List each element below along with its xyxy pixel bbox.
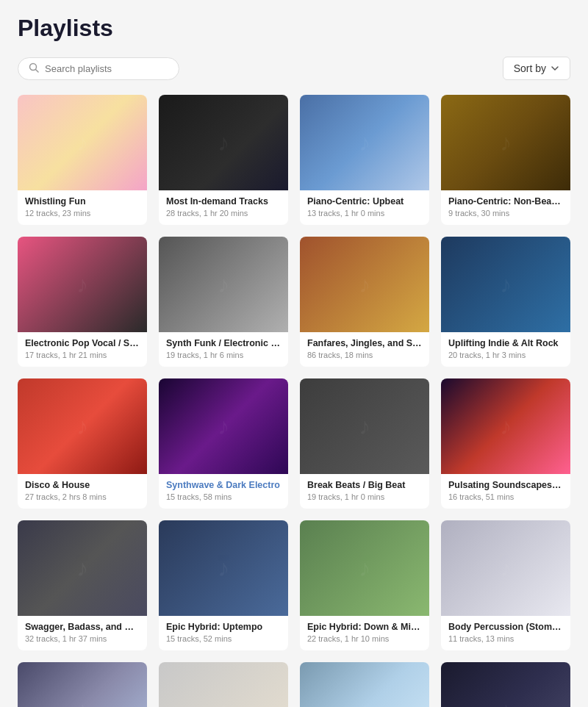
card-info: Synthwave & Dark Electro 15 tracks, 58 m… <box>159 474 288 509</box>
playlist-thumbnail: ♪ <box>159 378 288 474</box>
playlist-title: Epic Hybrid: Down & Midtempo <box>307 622 422 632</box>
playlist-title: Piano-Centric: Upbeat <box>307 196 422 207</box>
card-info: Disco & House 27 tracks, 2 hrs 8 mins <box>18 474 147 509</box>
card-info: Electronic Pop Vocal / Synthpop 17 track… <box>18 332 147 367</box>
playlist-title: Piano-Centric: Non-Beat / Downbeat <box>448 196 563 207</box>
playlist-thumbnail: ♪ <box>18 378 147 474</box>
playlist-thumbnail: ♪ <box>159 237 288 332</box>
playlist-meta: 86 tracks, 18 mins <box>307 351 422 359</box>
playlist-title: Break Beats / Big Beat <box>307 480 422 490</box>
card-info: Swagger, Badass, and Gritty 32 tracks, 1… <box>18 616 147 650</box>
playlist-meta: 22 tracks, 1 hr 10 mins <box>307 634 422 643</box>
card-info: Pulsating Soundscapes & Grooves 16 track… <box>441 474 570 509</box>
playlist-title: Pulsating Soundscapes & Grooves <box>448 480 563 490</box>
playlist-thumbnail: ♪ <box>18 662 147 707</box>
playlist-meta: 12 tracks, 23 mins <box>25 209 140 218</box>
card-info: Piano-Centric: Non-Beat / Downbeat 9 tra… <box>441 190 570 225</box>
playlist-meta: 16 tracks, 51 mins <box>448 492 563 501</box>
playlist-meta: 15 tracks, 58 mins <box>166 492 281 501</box>
playlist-thumbnail: ♪ <box>18 237 147 332</box>
playlist-title: Epic Hybrid: Uptempo <box>166 622 281 632</box>
playlist-thumbnail: ♪ <box>18 520 147 616</box>
playlist-card[interactable]: ♪ Break Beats / Big Beat 19 tracks, 1 hr… <box>300 378 429 509</box>
playlist-title: Most In-demand Tracks <box>166 196 281 207</box>
playlist-thumbnail: ♪ <box>441 520 570 616</box>
card-info: Synth Funk / Electronic Funk 19 tracks, … <box>159 332 288 367</box>
playlist-thumbnail: ♪ <box>441 237 570 332</box>
playlist-thumbnail: ♪ <box>300 237 429 332</box>
card-info: Epic Hybrid: Uptempo 15 tracks, 52 mins <box>159 616 288 650</box>
playlist-card[interactable]: ♪ Pulsating Soundscapes & Grooves 16 tra… <box>441 378 570 509</box>
playlist-card[interactable]: ♪ Disco & House 27 tracks, 2 hrs 8 mins <box>18 378 147 509</box>
playlist-thumbnail: ♪ <box>159 662 288 707</box>
page-title: Playlists <box>18 15 570 42</box>
card-info: Body Percussion (Stomp, Clap, and ... 11… <box>441 616 570 650</box>
playlist-card[interactable]: ♪ Fanfares, Jingles, and Stingers 86 tra… <box>300 237 429 367</box>
playlist-thumbnail: ♪ <box>300 95 429 190</box>
playlist-title: Synthwave & Dark Electro <box>166 480 281 490</box>
playlists-grid: ♪ Whistling Fun 12 tracks, 23 mins ♪ Mos… <box>18 95 570 707</box>
playlist-title: Uplifting Indie & Alt Rock <box>448 338 563 348</box>
playlist-thumbnail: ♪ <box>441 378 570 474</box>
sort-by-button[interactable]: Sort by <box>503 57 570 80</box>
playlist-card[interactable]: ♪ Epic Hybrid: Down & Midtempo 22 tracks… <box>300 520 429 650</box>
playlist-title: Whistling Fun <box>25 196 140 207</box>
search-icon <box>29 62 39 75</box>
card-info: Epic Hybrid: Down & Midtempo 22 tracks, … <box>300 616 429 650</box>
playlist-thumbnail: ♪ <box>159 95 288 190</box>
playlist-title: Electronic Pop Vocal / Synthpop <box>25 338 140 348</box>
playlist-meta: 11 tracks, 13 mins <box>448 634 563 643</box>
playlist-meta: 20 tracks, 1 hr 3 mins <box>448 351 563 359</box>
playlist-card[interactable]: ♪ Epic Hybrid: Uptempo 15 tracks, 52 min… <box>159 520 288 650</box>
playlist-card[interactable]: ♪ Soundscape & Ambient 30 tracks, 1 hr 4… <box>300 662 429 707</box>
playlist-card[interactable]: ♪ Contemporary Classical / Postmodern 14… <box>159 662 288 707</box>
playlist-meta: 17 tracks, 1 hr 21 mins <box>25 351 140 359</box>
card-info: Whistling Fun 12 tracks, 23 mins <box>18 190 147 225</box>
card-info: Fanfares, Jingles, and Stingers 86 track… <box>300 332 429 367</box>
playlist-title: Body Percussion (Stomp, Clap, and ... <box>448 622 563 632</box>
playlist-meta: 13 tracks, 1 hr 0 mins <box>307 209 422 218</box>
playlist-thumbnail: ♪ <box>159 520 288 616</box>
playlist-thumbnail: ♪ <box>441 95 570 190</box>
chevron-down-icon <box>551 64 559 73</box>
playlist-meta: 28 tracks, 1 hr 20 mins <box>166 209 281 218</box>
playlist-thumbnail: ♪ <box>18 95 147 190</box>
playlist-title: Fanfares, Jingles, and Stingers <box>307 338 422 348</box>
playlist-title: Swagger, Badass, and Gritty <box>25 622 140 632</box>
playlist-thumbnail: ♪ <box>300 662 429 707</box>
card-info: Piano-Centric: Upbeat 13 tracks, 1 hr 0 … <box>300 190 429 225</box>
playlist-card[interactable]: ♪ Electronic Pop Vocal / Synthpop 17 tra… <box>18 237 147 367</box>
playlist-title: Disco & House <box>25 480 140 490</box>
card-info: Most In-demand Tracks 28 tracks, 1 hr 20… <box>159 190 288 225</box>
playlist-meta: 19 tracks, 1 hr 6 mins <box>166 351 281 359</box>
search-bar[interactable] <box>18 57 179 80</box>
playlist-card[interactable]: ♪ Swagger, Badass, and Gritty 32 tracks,… <box>18 520 147 650</box>
playlist-thumbnail: ♪ <box>441 662 570 707</box>
playlist-thumbnail: ♪ <box>300 378 429 474</box>
search-input[interactable] <box>45 63 168 74</box>
playlist-meta: 19 tracks, 1 hr 0 mins <box>307 492 422 501</box>
playlist-card[interactable]: ♪ Japanese Traditional & New 14 tracks, … <box>441 662 570 707</box>
playlist-meta: 27 tracks, 2 hrs 8 mins <box>25 492 140 501</box>
playlist-thumbnail: ♪ <box>300 520 429 616</box>
playlist-card[interactable]: ♪ Piano-Centric: Upbeat 13 tracks, 1 hr … <box>300 95 429 225</box>
playlist-card[interactable]: ♪ Epic Percussion 21 tracks, 39 mins <box>18 662 147 707</box>
playlist-card[interactable]: ♪ Most In-demand Tracks 28 tracks, 1 hr … <box>159 95 288 225</box>
sort-by-label: Sort by <box>514 62 546 74</box>
card-info: Break Beats / Big Beat 19 tracks, 1 hr 0… <box>300 474 429 509</box>
toolbar: Sort by <box>18 57 570 80</box>
playlist-card[interactable]: ♪ Uplifting Indie & Alt Rock 20 tracks, … <box>441 237 570 367</box>
playlist-meta: 15 tracks, 52 mins <box>166 634 281 643</box>
playlist-card[interactable]: ♪ Synthwave & Dark Electro 15 tracks, 58… <box>159 378 288 509</box>
svg-line-1 <box>36 69 39 72</box>
playlist-title: Synth Funk / Electronic Funk <box>166 338 281 348</box>
playlist-card[interactable]: ♪ Body Percussion (Stomp, Clap, and ... … <box>441 520 570 650</box>
playlist-card[interactable]: ♪ Synth Funk / Electronic Funk 19 tracks… <box>159 237 288 367</box>
playlist-meta: 32 tracks, 1 hr 37 mins <box>25 634 140 643</box>
card-info: Uplifting Indie & Alt Rock 20 tracks, 1 … <box>441 332 570 367</box>
playlist-meta: 9 tracks, 30 mins <box>448 209 563 218</box>
playlist-card[interactable]: ♪ Whistling Fun 12 tracks, 23 mins <box>18 95 147 225</box>
playlist-card[interactable]: ♪ Piano-Centric: Non-Beat / Downbeat 9 t… <box>441 95 570 225</box>
